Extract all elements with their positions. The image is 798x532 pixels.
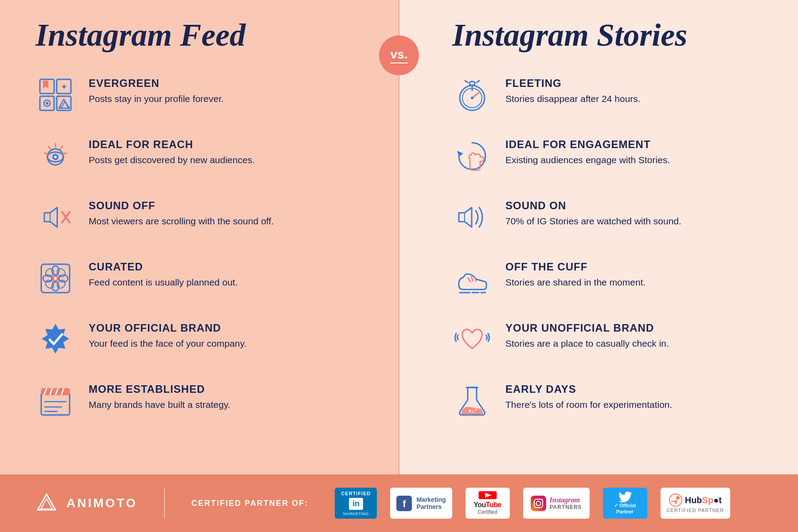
animoto-text: ANIMOTO [66, 496, 137, 510]
early-days-icon [454, 383, 490, 419]
vs-text: vs. [391, 47, 408, 62]
feature-sound-on: SOUND ON 70% of IG Stories are watched w… [452, 197, 763, 237]
unofficial-brand-title: YOUR UNOFFICIAL BRAND [505, 322, 669, 334]
facebook-badge: f Marketing Partners [390, 488, 452, 519]
svg-rect-41 [469, 82, 475, 85]
unofficial-brand-text: YOUR UNOFFICIAL BRAND Stories are a plac… [505, 320, 669, 350]
early-days-title: EARLY DAYS [505, 383, 672, 395]
unofficial-brand-icon [454, 322, 490, 357]
svg-line-42 [465, 81, 468, 82]
official-brand-icon [38, 322, 73, 357]
content-area: vs. Instagram Feed ✦ [0, 0, 798, 474]
sound-on-icon-box [452, 197, 492, 237]
right-title: Instagram Stories [452, 18, 763, 53]
official-brand-icon-box [35, 320, 75, 360]
sound-on-text: SOUND ON 70% of IG Stories are watched w… [505, 197, 681, 227]
sound-off-icon-box [35, 197, 75, 237]
unofficial-brand-desc: Stories are a place to casually check in… [505, 337, 669, 350]
curated-icon-box [35, 258, 75, 298]
facebook-icon: f [396, 496, 412, 511]
off-cuff-desc: Stories are shared in the moment. [505, 276, 645, 289]
svg-point-52 [469, 410, 471, 412]
off-cuff-icon-box [452, 258, 492, 298]
early-days-text: EARLY DAYS There's lots of room for expe… [505, 381, 672, 411]
official-brand-text: YOUR OFFICIAL BRAND Your feed is the fac… [89, 320, 246, 350]
established-title: MORE ESTABLISHED [89, 383, 230, 395]
fleeting-text: FLEETING Stories disappear after 24 hour… [505, 75, 641, 105]
feature-fleeting: FLEETING Stories disappear after 24 hour… [452, 75, 763, 115]
sound-off-desc: Most viewers are scrolling with the soun… [89, 215, 274, 227]
fleeting-icon-box [452, 75, 492, 115]
evergreen-icon-box: ✦ [35, 75, 75, 115]
engagement-desc: Existing audiences engage with Stories. [505, 153, 670, 166]
sound-off-text: SOUND OFF Most viewers are scrolling wit… [89, 197, 274, 227]
youtube-icon [477, 491, 499, 499]
reach-icon [38, 138, 73, 174]
curated-title: CURATED [89, 261, 238, 273]
off-cuff-text: OFF THE CUFF Stories are shared in the m… [505, 258, 645, 289]
youtube-badge: YouTube Certified [466, 488, 510, 519]
vs-underline [390, 63, 408, 63]
established-desc: Many brands have built a strategy. [89, 398, 230, 411]
engagement-text: IDEAL FOR ENGAGEMENT Existing audiences … [505, 136, 670, 166]
feature-curated: CURATED Feed content is usually planned … [35, 258, 346, 298]
svg-point-54 [472, 411, 474, 413]
right-column: Instagram Stories [399, 0, 798, 474]
sound-on-title: SOUND ON [505, 200, 681, 212]
sound-off-title: SOUND OFF [89, 200, 274, 212]
footer: ANIMOTO CERTIFIED PARTNER OF: CERTIFIED … [0, 474, 798, 532]
feature-engagement: IDEAL FOR ENGAGEMENT Existing audiences … [452, 136, 763, 176]
svg-point-6 [46, 102, 48, 105]
sound-on-desc: 70% of IG Stories are watched with sound… [505, 215, 681, 227]
svg-point-53 [475, 409, 477, 411]
reach-title: IDEAL FOR REACH [89, 138, 255, 151]
reach-desc: Posts get discovered by new audiences. [89, 153, 255, 166]
engagement-icon-box [452, 136, 492, 176]
established-icon [38, 383, 73, 419]
reach-icon-box [35, 136, 75, 176]
feature-official-brand: YOUR OFFICIAL BRAND Your feed is the fac… [35, 320, 346, 360]
twitter-icon [618, 492, 632, 502]
curated-desc: Feed content is usually planned out. [89, 276, 238, 289]
feature-early-days: EARLY DAYS There's lots of room for expe… [452, 381, 763, 421]
off-cuff-icon [454, 261, 490, 296]
early-days-desc: There's lots of room for experimentation… [505, 398, 672, 411]
hubspot-icon [669, 493, 682, 507]
feature-unofficial-brand: YOUR UNOFFICIAL BRAND Stories are a plac… [452, 320, 763, 360]
footer-divider [164, 488, 165, 519]
animoto-logo-icon [35, 492, 58, 514]
feature-sound-off: SOUND OFF Most viewers are scrolling wit… [35, 197, 346, 237]
instagram-icon [531, 496, 546, 511]
svg-text:✦: ✦ [61, 82, 67, 91]
official-brand-title: YOUR OFFICIAL BRAND [89, 322, 246, 334]
main-container: vs. Instagram Feed ✦ [0, 0, 798, 532]
hubspot-badge: HubSp●t CERTIFIED PARTNER [661, 488, 730, 519]
certified-label: CERTIFIED PARTNER OF: [192, 499, 309, 508]
left-title: Instagram Feed [35, 18, 346, 53]
svg-marker-47 [457, 151, 463, 157]
svg-rect-59 [531, 496, 546, 511]
instagram-badge: Instagram PARTNERS [523, 488, 590, 519]
feature-off-cuff: OFF THE CUFF Stories are shared in the m… [452, 258, 763, 298]
svg-text:f: f [403, 498, 407, 509]
svg-point-46 [471, 97, 473, 99]
svg-point-10 [54, 156, 57, 158]
evergreen-desc: Posts stay in your profile forever. [89, 92, 224, 105]
fleeting-icon [454, 77, 490, 113]
svg-line-43 [477, 81, 479, 82]
evergreen-title: EVERGREEN [89, 77, 224, 90]
left-column: Instagram Feed ✦ [0, 0, 399, 474]
twitter-badge: ✓ Official Partner [603, 488, 647, 519]
sound-on-icon [454, 200, 490, 235]
curated-text: CURATED Feed content is usually planned … [89, 258, 238, 289]
svg-point-62 [541, 499, 543, 500]
partner-logos: CERTIFIED in MARKETING f Marketing Partn… [335, 488, 730, 519]
fleeting-title: FLEETING [505, 77, 641, 90]
engagement-icon [454, 138, 490, 174]
feature-evergreen: ✦ EVERGREEN Posts stay in your profile f… [35, 75, 346, 115]
established-text: MORE ESTABLISHED Many brands have built … [89, 381, 230, 411]
engagement-title: IDEAL FOR ENGAGEMENT [505, 138, 670, 151]
sound-off-icon [38, 200, 73, 235]
svg-point-29 [54, 277, 57, 280]
vs-circle: vs. [379, 35, 419, 75]
